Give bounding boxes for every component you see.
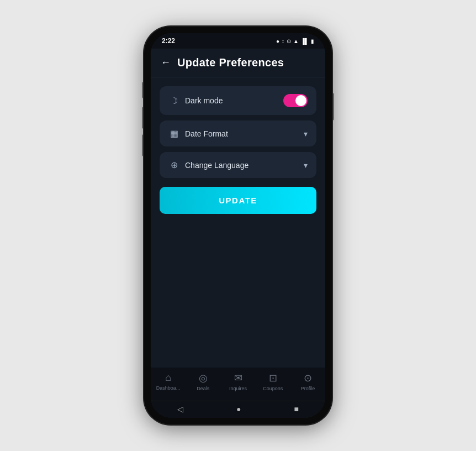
- status-bar: 2:22 ● ↕ ⊙ ▲ ▐▌ ▮: [151, 33, 325, 49]
- date-format-icon: ▦: [168, 128, 179, 139]
- back-button[interactable]: ←: [161, 57, 171, 69]
- settings-list: ☽ Dark mode ▦ Date Format ▾: [151, 77, 325, 368]
- battery-icon: ▮: [311, 38, 314, 44]
- alarm-icon: ⊙: [287, 38, 291, 44]
- language-chevron-icon: ▾: [304, 161, 308, 170]
- phone-container: 2:22 ● ↕ ⊙ ▲ ▐▌ ▮ ← Update Preferences: [144, 27, 332, 424]
- signal-icon: ▐▌: [301, 38, 309, 44]
- android-recents-button[interactable]: ■: [294, 405, 299, 413]
- deals-icon: ◎: [199, 372, 208, 384]
- activity-icon: ●: [276, 38, 279, 44]
- language-icon: ⊕: [168, 160, 179, 170]
- android-back-button[interactable]: ◁: [177, 405, 183, 413]
- coupons-icon: ⊡: [269, 372, 277, 384]
- coupons-label: Coupons: [263, 386, 283, 391]
- dashboard-icon: ⌂: [165, 372, 171, 384]
- inquires-label: Inquires: [229, 386, 247, 391]
- page-title: Update Preferences: [177, 56, 284, 69]
- profile-icon: ⊙: [304, 372, 312, 384]
- nav-item-profile[interactable]: ⊙ Profile: [290, 372, 325, 391]
- android-home-button[interactable]: ●: [236, 405, 241, 413]
- date-format-label: Date Format: [185, 129, 228, 138]
- profile-label: Profile: [301, 386, 315, 391]
- wifi-icon: ▲: [293, 38, 299, 44]
- sync-icon: ↕: [282, 38, 284, 44]
- android-nav-bar: ◁ ● ■: [151, 401, 325, 418]
- dashboard-label: Dashboa...: [156, 385, 181, 391]
- status-time: 2:22: [162, 37, 175, 45]
- update-button[interactable]: UPDATE: [160, 187, 316, 214]
- bottom-nav: ⌂ Dashboa... ◎ Deals ✉ Inquires ⊡ Coupon…: [151, 368, 325, 401]
- language-label: Change Language: [185, 161, 248, 170]
- nav-item-coupons[interactable]: ⊡ Coupons: [256, 372, 290, 391]
- inquires-icon: ✉: [234, 372, 242, 384]
- dark-mode-toggle[interactable]: [283, 94, 308, 107]
- toggle-knob: [295, 95, 306, 106]
- dark-mode-label: Dark mode: [185, 96, 223, 105]
- nav-item-inquires[interactable]: ✉ Inquires: [220, 372, 255, 391]
- dark-mode-row[interactable]: ☽ Dark mode: [160, 86, 316, 115]
- date-format-chevron-icon: ▾: [304, 129, 308, 138]
- nav-item-dashboard[interactable]: ⌂ Dashboa...: [151, 372, 186, 391]
- deals-label: Deals: [197, 386, 209, 391]
- dark-mode-icon: ☽: [168, 96, 179, 106]
- nav-item-deals[interactable]: ◎ Deals: [186, 372, 220, 391]
- page-header: ← Update Preferences: [151, 49, 325, 77]
- date-format-row[interactable]: ▦ Date Format ▾: [160, 120, 316, 146]
- change-language-row[interactable]: ⊕ Change Language ▾: [160, 152, 316, 178]
